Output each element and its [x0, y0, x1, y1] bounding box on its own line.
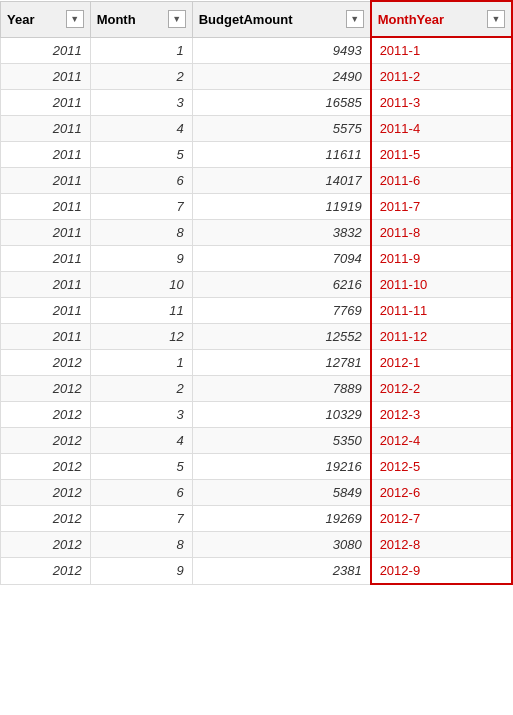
month-cell: 6 [90, 480, 192, 506]
budget-cell: 19269 [192, 506, 370, 532]
year-cell: 2011 [1, 142, 91, 168]
month-cell: 7 [90, 194, 192, 220]
monthyear-cell: 2012-1 [371, 350, 512, 376]
data-table: Year ▼ Month ▼ BudgetAmount ▼ [0, 0, 513, 585]
budget-filter-dropdown[interactable]: ▼ [346, 10, 364, 28]
table-row: 2011455752011-4 [1, 116, 513, 142]
table-row: 2012453502012-4 [1, 428, 513, 454]
budget-cell: 5575 [192, 116, 370, 142]
monthyear-cell: 2011-7 [371, 194, 512, 220]
month-cell: 12 [90, 324, 192, 350]
monthyear-filter-dropdown[interactable]: ▼ [487, 10, 505, 28]
month-cell: 4 [90, 428, 192, 454]
year-cell: 2012 [1, 402, 91, 428]
table-row: 2012658492012-6 [1, 480, 513, 506]
monthyear-cell: 2012-3 [371, 402, 512, 428]
year-column-header: Year ▼ [1, 1, 91, 37]
monthyear-cell: 2012-6 [371, 480, 512, 506]
budget-cell: 2381 [192, 558, 370, 585]
budget-cell: 3832 [192, 220, 370, 246]
monthyear-cell: 2011-4 [371, 116, 512, 142]
monthyear-cell: 2011-12 [371, 324, 512, 350]
month-cell: 4 [90, 116, 192, 142]
year-cell: 2011 [1, 116, 91, 142]
table-row: 201112125522011-12 [1, 324, 513, 350]
year-cell: 2011 [1, 64, 91, 90]
monthyear-cell: 2012-9 [371, 558, 512, 585]
monthyear-cell: 2012-5 [371, 454, 512, 480]
monthyear-cell: 2012-7 [371, 506, 512, 532]
year-cell: 2011 [1, 168, 91, 194]
budget-cell: 14017 [192, 168, 370, 194]
budget-cell: 7094 [192, 246, 370, 272]
year-cell: 2011 [1, 246, 91, 272]
budget-cell: 19216 [192, 454, 370, 480]
budget-cell: 2490 [192, 64, 370, 90]
month-cell: 5 [90, 142, 192, 168]
month-cell: 8 [90, 220, 192, 246]
budget-cell: 12781 [192, 350, 370, 376]
table-row: 20113165852011-3 [1, 90, 513, 116]
table-row: 2011838322011-8 [1, 220, 513, 246]
table-row: 20111062162011-10 [1, 272, 513, 298]
budget-cell: 3080 [192, 532, 370, 558]
budget-cell: 6216 [192, 272, 370, 298]
month-cell: 1 [90, 350, 192, 376]
month-cell: 10 [90, 272, 192, 298]
table-row: 2011194932011-1 [1, 37, 513, 64]
month-filter-dropdown[interactable]: ▼ [168, 10, 186, 28]
year-cell: 2012 [1, 376, 91, 402]
month-cell: 2 [90, 64, 192, 90]
month-cell: 11 [90, 298, 192, 324]
budget-cell: 11611 [192, 142, 370, 168]
budget-cell: 10329 [192, 402, 370, 428]
budget-header-label: BudgetAmount [199, 12, 293, 27]
budget-cell: 5849 [192, 480, 370, 506]
month-cell: 1 [90, 37, 192, 64]
month-cell: 9 [90, 246, 192, 272]
budget-cell: 5350 [192, 428, 370, 454]
month-cell: 6 [90, 168, 192, 194]
table-row: 2011224902011-2 [1, 64, 513, 90]
month-column-header: Month ▼ [90, 1, 192, 37]
budget-cell: 7889 [192, 376, 370, 402]
monthyear-cell: 2011-5 [371, 142, 512, 168]
year-cell: 2011 [1, 298, 91, 324]
year-cell: 2011 [1, 272, 91, 298]
table-row: 20115116112011-5 [1, 142, 513, 168]
monthyear-header-label: MonthYear [378, 12, 444, 27]
year-header-label: Year [7, 12, 34, 27]
month-header-label: Month [97, 12, 136, 27]
year-cell: 2012 [1, 350, 91, 376]
budget-cell: 16585 [192, 90, 370, 116]
month-cell: 3 [90, 90, 192, 116]
year-cell: 2011 [1, 324, 91, 350]
month-cell: 7 [90, 506, 192, 532]
monthyear-cell: 2011-2 [371, 64, 512, 90]
table-row: 20116140172011-6 [1, 168, 513, 194]
year-filter-dropdown[interactable]: ▼ [66, 10, 84, 28]
monthyear-cell: 2011-8 [371, 220, 512, 246]
monthyear-column-header: MonthYear ▼ [371, 1, 512, 37]
month-cell: 5 [90, 454, 192, 480]
year-cell: 2012 [1, 532, 91, 558]
budget-cell: 9493 [192, 37, 370, 64]
budget-column-header: BudgetAmount ▼ [192, 1, 370, 37]
year-cell: 2012 [1, 480, 91, 506]
table-row: 20123103292012-3 [1, 402, 513, 428]
monthyear-cell: 2012-8 [371, 532, 512, 558]
year-cell: 2012 [1, 506, 91, 532]
year-cell: 2012 [1, 454, 91, 480]
monthyear-cell: 2011-1 [371, 37, 512, 64]
table-row: 2012923812012-9 [1, 558, 513, 585]
monthyear-cell: 2012-2 [371, 376, 512, 402]
year-cell: 2011 [1, 194, 91, 220]
month-cell: 2 [90, 376, 192, 402]
year-cell: 2012 [1, 428, 91, 454]
table-row: 20127192692012-7 [1, 506, 513, 532]
table-row: 20111177692011-11 [1, 298, 513, 324]
table-row: 2012830802012-8 [1, 532, 513, 558]
table-row: 20117119192011-7 [1, 194, 513, 220]
table-row: 2012278892012-2 [1, 376, 513, 402]
budget-cell: 7769 [192, 298, 370, 324]
